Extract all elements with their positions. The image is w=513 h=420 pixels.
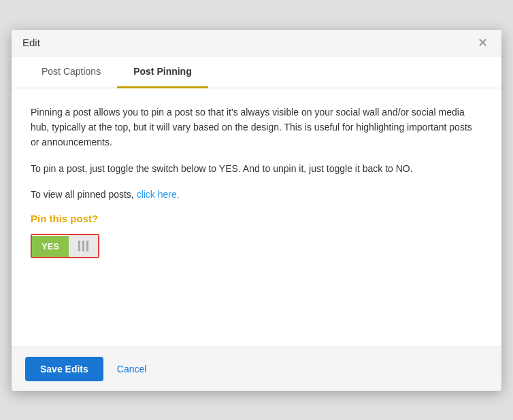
toggle-yes-button[interactable]: YES [32, 236, 69, 257]
pin-toggle[interactable]: YES [31, 234, 99, 258]
description-paragraph-2: To pin a post, just toggle the switch be… [31, 161, 482, 176]
dialog-header: Edit ✕ [12, 30, 501, 56]
toggle-no-side[interactable] [69, 235, 98, 257]
cancel-button[interactable]: Cancel [112, 357, 152, 381]
tab-post-pinning[interactable]: Post Pinning [117, 56, 208, 88]
pin-question-label: Pin this post? [31, 213, 482, 224]
click-here-link[interactable]: click here. [137, 189, 180, 200]
close-button[interactable]: ✕ [475, 37, 491, 49]
toggle-bar-3 [86, 241, 88, 251]
tab-bar: Post Captions Post Pinning [12, 56, 501, 88]
dialog-title: Edit [22, 37, 40, 48]
description-paragraph-3: To view all pinned posts, click here. [31, 187, 482, 202]
dialog-body: Pinning a post allows you to pin a post … [12, 88, 501, 347]
description-paragraph-1: Pinning a post allows you to pin a post … [31, 105, 482, 150]
tab-post-captions[interactable]: Post Captions [25, 56, 117, 88]
toggle-bar-1 [78, 241, 80, 251]
dialog-footer: Save Edits Cancel [12, 347, 501, 391]
edit-dialog: Edit ✕ Post Captions Post Pinning Pinnin… [12, 30, 501, 391]
toggle-bar-2 [82, 241, 84, 251]
save-edits-button[interactable]: Save Edits [25, 357, 103, 381]
description-3-prefix: To view all pinned posts, [31, 189, 137, 200]
